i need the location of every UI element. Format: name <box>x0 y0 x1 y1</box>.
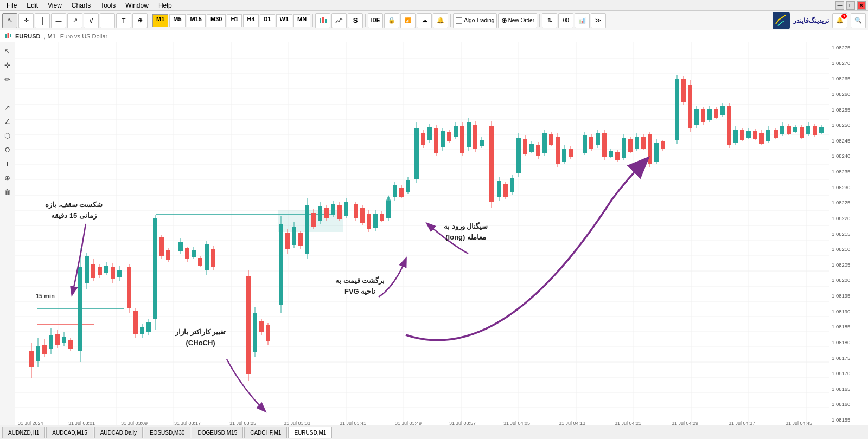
menu-charts[interactable]: Charts <box>67 1 95 10</box>
tf-m1[interactable]: M1 <box>152 14 168 27</box>
menu-bar: File Edit View Charts Tools Window Help … <box>0 0 868 11</box>
price-label: 1.08185 <box>832 324 866 330</box>
tf-mn[interactable]: MN <box>293 14 310 27</box>
chart-desc: Euro vs US Dollar <box>60 33 107 40</box>
depth-btn[interactable]: ⇅ <box>542 13 557 28</box>
maximize-button[interactable]: □ <box>846 1 855 10</box>
tf-m15[interactable]: M15 <box>187 14 206 27</box>
svg-rect-103 <box>246 276 251 374</box>
tab-audnzd-h1[interactable]: AUDNZD,H1 <box>2 427 45 438</box>
lt-add[interactable]: ⊕ <box>1 171 14 184</box>
lt-fib[interactable]: Ω <box>1 143 14 156</box>
logo-notify-btn[interactable]: 🔔1 <box>832 13 847 28</box>
svg-rect-48 <box>36 346 40 361</box>
svg-rect-265 <box>800 127 804 138</box>
tab-audcad-m15[interactable]: AUDCAD,M15 <box>46 427 93 438</box>
svg-rect-126 <box>324 208 329 218</box>
svg-rect-183 <box>516 138 521 173</box>
lt-delete[interactable]: 🗑 <box>1 185 14 198</box>
svg-rect-191 <box>542 133 547 153</box>
price-label: 1.08275 <box>832 44 866 50</box>
svg-rect-112 <box>279 224 283 305</box>
svg-rect-77 <box>127 267 131 308</box>
svg-rect-237 <box>707 109 712 120</box>
lt-hline[interactable]: — <box>1 87 14 100</box>
svg-rect-62 <box>78 267 82 351</box>
menu-file[interactable]: File <box>2 1 21 10</box>
cursor-tool[interactable]: ↖ <box>2 13 17 28</box>
price-label: 1.08240 <box>832 153 866 159</box>
chart-tf-label: , <box>43 33 45 40</box>
svg-rect-189 <box>536 145 540 156</box>
tab-eosusd-m30[interactable]: EOSUSD,M30 <box>144 427 190 438</box>
lt-text[interactable]: T <box>1 157 14 170</box>
gann-tool[interactable]: ≡ <box>100 13 115 28</box>
svg-rect-155 <box>421 133 425 145</box>
svg-rect-167 <box>460 126 464 153</box>
signals-btn[interactable]: S <box>348 13 363 28</box>
logo-search-btn[interactable]: 🔍 <box>851 13 866 28</box>
tf-m5[interactable]: M5 <box>169 14 185 27</box>
lt-trendline[interactable]: ↗ <box>1 101 14 114</box>
menu-help[interactable]: Help <box>154 1 176 10</box>
svg-rect-267 <box>806 126 810 134</box>
svg-rect-70 <box>104 266 108 273</box>
tf-h4[interactable]: H4 <box>243 14 258 27</box>
extra-btn[interactable]: ≫ <box>591 13 606 28</box>
svg-rect-157 <box>427 127 432 140</box>
lt-crosshair[interactable]: ✛ <box>1 59 14 72</box>
cloud-btn[interactable]: ☁ <box>417 13 432 28</box>
alerts-btn[interactable]: 🔔 <box>433 13 448 28</box>
tab-audcad-daily[interactable]: AUDCAD,Daily <box>94 427 143 438</box>
menu-edit[interactable]: Edit <box>22 1 42 10</box>
text-tool[interactable]: T <box>116 13 131 28</box>
tf-d1[interactable]: D1 <box>260 14 275 27</box>
svg-rect-153 <box>414 128 419 179</box>
close-button[interactable]: ✕ <box>857 1 866 10</box>
menu-view[interactable]: View <box>43 1 66 10</box>
price-label: 1.08155 <box>832 417 866 423</box>
logo-area: 🔍 🔔1 تریدینگ‌فایندر <box>773 12 866 29</box>
svg-rect-116 <box>292 227 296 245</box>
tab-dogeusd-m15[interactable]: DOGEUSD,M15 <box>192 427 243 438</box>
svg-rect-227 <box>675 79 679 140</box>
tf-m30[interactable]: M30 <box>207 14 226 27</box>
algo-trading-btn[interactable]: Algo Trading <box>453 13 497 28</box>
svg-rect-217 <box>635 137 639 149</box>
svg-rect-233 <box>694 109 699 125</box>
menu-window[interactable]: Window <box>121 1 153 10</box>
menu-tools[interactable]: Tools <box>96 1 120 10</box>
lt-draw[interactable]: ✏ <box>1 73 14 86</box>
shapes-tool[interactable]: ⊕ <box>132 13 148 28</box>
indicators-btn[interactable] <box>331 13 347 28</box>
tf-h1[interactable]: H1 <box>227 14 242 27</box>
minimize-button[interactable]: — <box>835 1 844 10</box>
vertical-line-tool[interactable]: | <box>35 13 50 28</box>
svg-rect-169 <box>467 122 471 147</box>
lock-btn[interactable]: 🔒 <box>384 13 399 28</box>
main-area: ↖ ✛ ✏ — ↗ ∠ ⬡ Ω T ⊕ 🗑 <box>0 42 868 425</box>
trend-line-tool[interactable]: ↗ <box>67 13 82 28</box>
tf-w1[interactable]: W1 <box>276 14 293 27</box>
crosshair-tool[interactable]: ✛ <box>18 13 34 28</box>
lt-angle[interactable]: ∠ <box>1 115 14 128</box>
tab-eurusd-m1[interactable]: EURUSD,M1 <box>288 427 332 438</box>
svg-rect-255 <box>766 130 770 141</box>
svg-rect-118 <box>298 233 303 246</box>
svg-rect-253 <box>760 133 764 144</box>
price-label: 1.08235 <box>832 169 866 175</box>
separator-1 <box>150 14 150 27</box>
signal-strength-btn[interactable]: 📶 <box>400 13 416 28</box>
horizontal-line-tool[interactable]: — <box>51 13 66 28</box>
options-btn[interactable]: 00 <box>558 13 573 28</box>
ide-btn[interactable]: IDE <box>368 13 383 28</box>
svg-rect-95 <box>192 250 196 257</box>
svg-rect-46 <box>29 351 34 367</box>
channel-tool[interactable]: // <box>84 13 99 28</box>
new-order-btn[interactable]: ⊕ New Order <box>498 13 537 28</box>
chart-options-btn[interactable]: 📊 <box>575 13 590 28</box>
chart-type-btn[interactable] <box>315 13 330 28</box>
lt-shape[interactable]: ⬡ <box>1 129 14 142</box>
tab-cadchf-m1[interactable]: CADCHF,M1 <box>244 427 287 438</box>
lt-cursor[interactable]: ↖ <box>1 44 14 57</box>
